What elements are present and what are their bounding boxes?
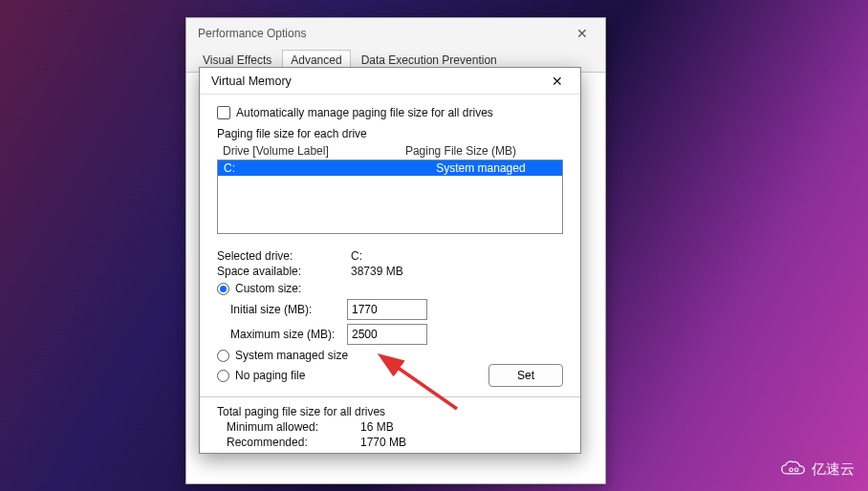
custom-size-label: Custom size:	[235, 282, 301, 295]
auto-manage-label: Automatically manage paging file size fo…	[236, 106, 493, 119]
space-available-label: Space available:	[217, 265, 351, 278]
no-paging-radio[interactable]	[217, 370, 229, 382]
recommended-value: 1770 MB	[360, 436, 406, 449]
initial-size-label: Initial size (MB):	[217, 303, 339, 316]
svg-point-1	[790, 468, 793, 472]
selected-drive-label: Selected drive:	[217, 249, 351, 263]
performance-options-title: Performance Options	[198, 27, 306, 40]
system-managed-radio[interactable]	[217, 350, 229, 362]
set-button[interactable]: Set	[488, 364, 563, 387]
no-paging-label: No paging file	[235, 369, 305, 382]
drive-list-header: Drive [Volume Label] Paging File Size (M…	[217, 142, 563, 160]
close-icon[interactable]: ✕	[563, 20, 601, 47]
maximum-size-label: Maximum size (MB):	[217, 328, 339, 341]
auto-manage-checkbox[interactable]	[217, 106, 230, 119]
maximum-size-input[interactable]	[347, 324, 427, 345]
drive-row-selected[interactable]: C: System managed	[218, 160, 562, 176]
min-allowed-value: 16 MB	[360, 420, 394, 434]
svg-point-2	[794, 468, 798, 472]
selected-drive-value: C:	[351, 249, 362, 263]
watermark-text: 亿速云	[812, 460, 855, 479]
virtual-memory-dialog: Virtual Memory ✕ Automatically manage pa…	[199, 67, 581, 454]
drive-list[interactable]: C: System managed	[217, 160, 563, 234]
system-managed-label: System managed size	[235, 349, 348, 362]
drive-column-header: Drive [Volume Label]	[223, 144, 405, 158]
min-allowed-label: Minimum allowed:	[227, 420, 360, 434]
recommended-label: Recommended:	[227, 436, 360, 449]
size-column-header: Paging File Size (MB)	[405, 144, 557, 158]
drive-size: System managed	[405, 161, 556, 175]
drive-label: C:	[224, 161, 405, 175]
watermark: 亿速云	[781, 459, 855, 480]
performance-options-titlebar: Performance Options ✕	[186, 18, 605, 49]
initial-size-input[interactable]	[347, 299, 427, 320]
close-icon[interactable]: ✕	[538, 70, 576, 93]
custom-size-radio[interactable]	[217, 283, 229, 295]
separator	[200, 396, 580, 397]
virtual-memory-titlebar: Virtual Memory ✕	[200, 68, 580, 95]
total-section-label: Total paging file size for all drives	[217, 405, 563, 418]
space-available-value: 38739 MB	[351, 265, 403, 278]
cloud-icon	[781, 459, 806, 480]
section-label: Paging file size for each drive	[217, 127, 563, 140]
virtual-memory-title: Virtual Memory	[211, 75, 292, 88]
